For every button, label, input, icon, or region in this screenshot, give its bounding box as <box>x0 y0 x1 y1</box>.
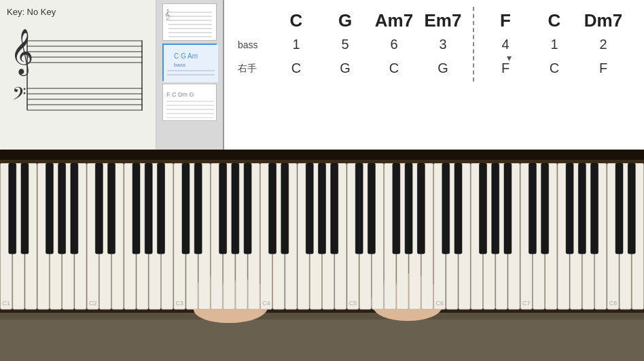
svg-rect-119 <box>132 163 140 254</box>
right-hand-label: 右手 <box>238 63 272 75</box>
svg-rect-113 <box>21 163 29 254</box>
bass-num-8: 5 <box>628 37 644 52</box>
bass-label: bass <box>238 39 272 50</box>
top-section: Key: No Key 𝄞 𝄢 <box>0 0 644 150</box>
svg-rect-22 <box>164 45 218 82</box>
thumbnail-panel[interactable]: 𝄞 C G Am bass F C Dm G <box>156 0 224 150</box>
chord-label-spacer <box>238 10 272 31</box>
chord-G1: G <box>321 10 370 31</box>
svg-text:C8: C8 <box>609 300 618 307</box>
svg-rect-140 <box>492 163 499 254</box>
rh-3: C <box>370 61 418 76</box>
cursor-indicator: ▾ <box>507 52 512 63</box>
thumb-svg-3: F C Dm G <box>163 84 217 122</box>
staff-panel: Key: No Key 𝄞 𝄢 <box>0 0 156 150</box>
bass-num-5: 4 <box>481 37 530 52</box>
svg-rect-112 <box>9 163 16 254</box>
thumb-svg-2: C G Am bass <box>164 45 218 82</box>
bass-row: bass 1 5 6 3 4 1 2 5 <box>238 37 644 52</box>
svg-text:𝄞: 𝄞 <box>10 29 33 76</box>
svg-rect-132 <box>355 163 363 254</box>
svg-rect-147 <box>615 163 623 254</box>
rh-2: G <box>321 61 370 76</box>
rh-5: F <box>481 61 530 76</box>
svg-rect-124 <box>219 163 227 254</box>
svg-text:𝄢: 𝄢 <box>12 84 26 108</box>
svg-rect-133 <box>368 163 375 254</box>
svg-rect-126 <box>244 163 251 254</box>
svg-rect-131 <box>331 163 338 254</box>
bass-num-7: 2 <box>579 37 628 52</box>
chord-Dm7: Dm7 <box>579 10 628 31</box>
svg-rect-134 <box>393 163 400 254</box>
svg-rect-127 <box>269 163 276 254</box>
section-divider <box>473 7 474 82</box>
rh-6: C <box>530 61 579 76</box>
chord-C1: C <box>272 10 321 31</box>
svg-text:C5: C5 <box>349 300 357 307</box>
svg-rect-125 <box>232 163 239 254</box>
svg-rect-142 <box>529 163 536 254</box>
thumbnail-2-active[interactable]: C G Am bass <box>162 44 217 81</box>
svg-rect-118 <box>108 163 115 254</box>
svg-rect-36 <box>0 313 644 361</box>
main-container: Key: No Key 𝄞 𝄢 <box>0 0 644 361</box>
chord-Em7: Em7 <box>418 10 467 31</box>
chord-C2: C <box>530 10 579 31</box>
svg-rect-137 <box>442 163 450 254</box>
chord-G2: G <box>628 10 644 31</box>
svg-rect-123 <box>194 163 202 254</box>
chord-panel: C G Am7 Em7 F C Dm7 G bass 1 5 <box>224 0 644 150</box>
svg-text:C4: C4 <box>262 300 270 307</box>
rh-8: G <box>628 61 644 76</box>
svg-text:C1: C1 <box>2 300 10 307</box>
svg-rect-117 <box>95 163 103 254</box>
svg-text:C3: C3 <box>176 300 184 307</box>
svg-rect-130 <box>319 163 326 254</box>
svg-rect-135 <box>405 163 412 254</box>
rh-7: F <box>579 61 628 76</box>
piano-keys-container: C1C2C3C4C5C6C7C8 <box>0 163 644 313</box>
bass-num-2: 5 <box>321 37 370 52</box>
svg-rect-139 <box>480 163 487 254</box>
svg-rect-116 <box>71 163 78 254</box>
svg-rect-143 <box>541 163 549 254</box>
svg-text:C2: C2 <box>89 300 97 307</box>
rh-4: G <box>418 61 467 76</box>
key-label: Key: No Key <box>7 7 149 17</box>
svg-rect-136 <box>417 163 425 254</box>
svg-text:𝄞: 𝄞 <box>164 9 170 21</box>
svg-rect-114 <box>46 163 53 254</box>
svg-text:C6: C6 <box>435 300 444 307</box>
svg-rect-148 <box>628 163 635 254</box>
right-hand-row: 右手 C G C G F C F G <box>238 61 644 76</box>
svg-rect-145 <box>578 163 586 254</box>
svg-rect-37 <box>0 313 644 320</box>
thumbnail-1[interactable]: 𝄞 <box>162 3 217 41</box>
svg-text:C  G  Am: C G Am <box>174 52 198 60</box>
svg-text:C7: C7 <box>522 300 531 307</box>
svg-rect-122 <box>182 163 190 254</box>
bass-num-6: 1 <box>530 37 579 52</box>
svg-rect-146 <box>591 163 598 254</box>
piano-section: // This won't execute in SVG, using stat… <box>0 150 644 361</box>
svg-rect-144 <box>566 163 573 254</box>
chord-names-row: C G Am7 Em7 F C Dm7 G <box>238 10 644 31</box>
rh-1: C <box>272 61 321 76</box>
svg-rect-128 <box>281 163 289 254</box>
chord-F: F <box>481 10 530 31</box>
thumbnail-3[interactable]: F C Dm G <box>162 84 217 121</box>
svg-rect-121 <box>158 163 165 254</box>
bass-num-3: 6 <box>370 37 418 52</box>
svg-rect-138 <box>454 163 462 254</box>
svg-text:bass: bass <box>174 62 185 68</box>
chord-Am7: Am7 <box>370 10 418 31</box>
svg-rect-115 <box>58 163 66 254</box>
svg-rect-129 <box>306 163 313 254</box>
svg-rect-120 <box>145 163 152 254</box>
svg-rect-141 <box>504 163 512 254</box>
thumb-svg-1: 𝄞 <box>163 4 217 41</box>
svg-text:F  C  Dm G: F C Dm G <box>166 91 194 98</box>
bass-num-1: 1 <box>272 37 321 52</box>
staff-svg: 𝄞 𝄢 <box>7 20 143 129</box>
